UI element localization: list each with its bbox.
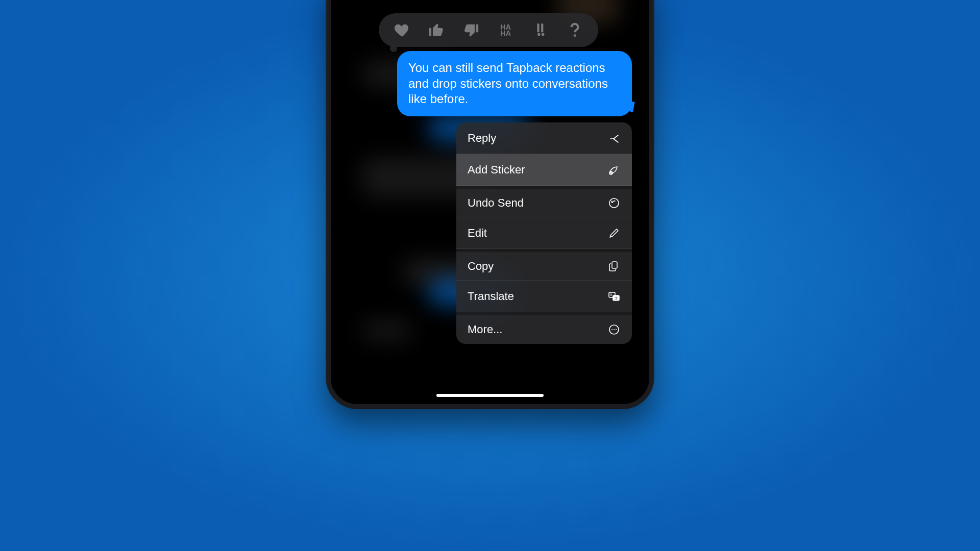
svg-point-10: [616, 329, 617, 330]
tapback-thumbs-down[interactable]: [460, 19, 482, 41]
menu-item-copy[interactable]: Copy: [456, 249, 632, 281]
sticker-add-icon: [607, 163, 621, 177]
thumbs-up-icon: [428, 21, 445, 39]
phone-screen: HA HA You can still send Tapback reactio…: [331, 0, 649, 404]
menu-item-translate[interactable]: TranslateA文: [456, 281, 632, 312]
phone-frame: HA HA You can still send Tapback reactio…: [327, 0, 653, 408]
pencil-icon: [607, 227, 621, 240]
menu-item-reply[interactable]: Reply: [456, 122, 632, 154]
context-menu: ReplyAdd StickerUndo SendEditCopyTransla…: [456, 122, 632, 344]
menu-item-label: More...: [468, 323, 502, 336]
menu-item-edit[interactable]: Edit: [456, 217, 632, 249]
tapback-bar: HA HA: [379, 13, 598, 47]
menu-item-label: Translate: [468, 290, 514, 303]
doc-on-doc-icon: [607, 260, 621, 273]
ellipsis-circle-icon: [607, 323, 621, 336]
svg-point-9: [614, 329, 615, 330]
menu-item-more[interactable]: More...: [456, 312, 632, 344]
menu-item-label: Add Sticker: [468, 163, 525, 177]
selected-message-bubble[interactable]: You can still send Tapback reactions and…: [397, 51, 632, 116]
heart-icon: [394, 21, 411, 39]
svg-point-8: [611, 329, 612, 330]
tapback-question[interactable]: [564, 19, 585, 41]
svg-text:文: 文: [615, 296, 618, 300]
tapback-heart[interactable]: [391, 19, 413, 41]
question-icon: [566, 21, 583, 39]
tapback-exclaim[interactable]: [529, 19, 551, 41]
undo-circle-icon: [607, 196, 621, 210]
tapback-haha[interactable]: HA HA: [495, 19, 517, 41]
menu-item-label: Reply: [468, 132, 496, 145]
exclaim-icon: [531, 21, 549, 39]
menu-item-add-sticker[interactable]: Add Sticker: [456, 154, 632, 186]
reply-arrow-icon: [607, 132, 621, 145]
thumbs-down-icon: [462, 21, 480, 39]
tapback-thumbs-up[interactable]: [426, 19, 447, 41]
menu-item-label: Edit: [468, 227, 487, 240]
menu-item-undo-send[interactable]: Undo Send: [456, 186, 632, 217]
haha-icon: HA HA: [500, 24, 511, 36]
svg-point-1: [609, 198, 619, 208]
menu-item-label: Copy: [468, 260, 494, 273]
translate-icon: A文: [607, 290, 621, 303]
stage: HA HA You can still send Tapback reactio…: [118, 0, 862, 416]
svg-text:A: A: [610, 293, 612, 296]
tapback-bar-tail: [390, 45, 397, 52]
home-indicator[interactable]: [436, 394, 544, 397]
menu-item-label: Undo Send: [468, 196, 524, 210]
svg-rect-2: [612, 262, 617, 268]
message-text: You can still send Tapback reactions and…: [408, 61, 608, 106]
